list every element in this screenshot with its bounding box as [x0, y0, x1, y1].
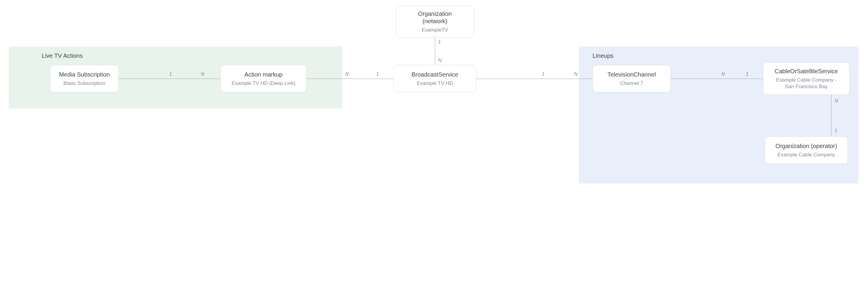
node-organization-network: Organization (network) ExampleTV	[396, 6, 474, 37]
cardinality-label: N	[574, 71, 578, 77]
cardinality-label: 1	[169, 71, 172, 77]
node-television-channel: TelevisionChannel Channel 7	[593, 65, 671, 92]
node-cable-or-satellite-service: CableOrSatelliteService Example Cable Co…	[763, 63, 849, 95]
node-title: BroadcastService	[412, 71, 459, 78]
cardinality-label: N	[345, 71, 349, 77]
node-organization-operator: Organization (operator) Example Cable Co…	[765, 136, 848, 164]
node-subtitle: Example TV HD	[417, 80, 453, 87]
node-title: Organization (operator)	[776, 142, 837, 150]
cardinality-label: N	[835, 98, 838, 104]
node-subtitle: ExampleTV	[422, 27, 448, 33]
edge-cable-to-operator	[831, 95, 831, 136]
cardinality-label: N	[438, 58, 442, 63]
group-label-lineups: Lineups	[593, 53, 614, 59]
edge-org-to-broadcast	[435, 37, 435, 65]
node-subtitle: Example Cable Company - San Francisco Ba…	[776, 77, 836, 90]
cardinality-label: 1	[835, 128, 837, 133]
node-title: Organization (network)	[418, 10, 452, 25]
node-subtitle: Basic Subscription	[63, 80, 105, 87]
node-subtitle: Channel 7	[620, 80, 643, 87]
group-label-live-tv-actions: Live TV Actions	[42, 53, 83, 59]
node-subtitle: Example TV HD (Deep Link)	[231, 80, 296, 87]
node-title: Media Subscription	[59, 71, 110, 78]
cardinality-label: N	[201, 71, 205, 77]
node-media-subscription: Media Subscription Basic Subscription	[50, 65, 119, 92]
cardinality-label: 1	[542, 71, 545, 77]
node-title: TelevisionChannel	[608, 71, 656, 78]
cardinality-label: 1	[376, 71, 379, 77]
cardinality-label: N	[721, 71, 725, 77]
node-title: CableOrSatelliteService	[775, 68, 838, 75]
node-broadcast-service: BroadcastService Example TV HD	[394, 65, 476, 92]
diagram-canvas: Live TV Actions Lineups Organization (ne…	[0, 0, 868, 305]
node-action-markup: Action markup Example TV HD (Deep Link)	[221, 65, 306, 92]
node-subtitle: Example Cable Company	[778, 151, 835, 158]
node-title: Action markup	[244, 71, 283, 78]
cardinality-label: 1	[438, 39, 441, 45]
cardinality-label: 1	[746, 71, 748, 77]
